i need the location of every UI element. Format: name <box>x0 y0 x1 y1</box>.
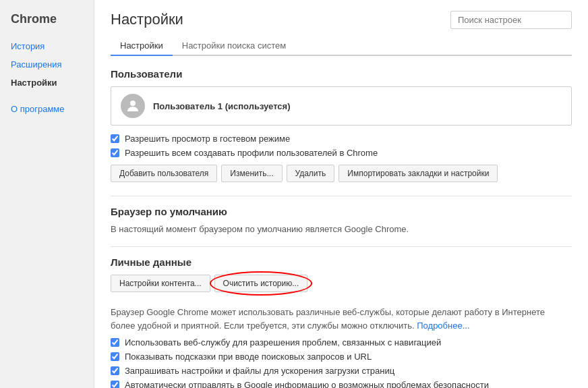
svg-point-0 <box>130 101 136 106</box>
checkbox-guest-mode: Разрешить просмотр в гостевом режиме <box>111 134 572 144</box>
page-title: Настройки <box>111 11 183 28</box>
checkbox-prefetch-input[interactable] <box>111 366 119 375</box>
more-link[interactable]: Подробнее... <box>417 321 469 331</box>
tab-settings[interactable]: Настройки <box>111 36 173 56</box>
checkbox-search-hints: Показывать подсказки при вводе поисковых… <box>111 352 572 362</box>
users-section-title: Пользователи <box>111 68 572 80</box>
checkbox-security-reports: Автоматически отправлять в Google информ… <box>111 380 572 388</box>
search-input[interactable] <box>450 11 572 29</box>
sidebar: Chrome История Расширения Настройки О пр… <box>0 0 94 388</box>
checkbox-create-profiles-input[interactable] <box>111 148 119 157</box>
checkbox-create-profiles-label: Разрешить всем создавать профили пользов… <box>125 148 378 158</box>
checkbox-guest-mode-input[interactable] <box>111 134 119 143</box>
personal-data-title: Личные данные <box>111 256 572 268</box>
checkbox-security-reports-label: Автоматически отправлять в Google информ… <box>125 380 489 388</box>
content-settings-button[interactable]: Настройки контента... <box>111 275 210 292</box>
tabs-row: Настройки Настройки поиска систем <box>111 36 572 56</box>
sidebar-item-extensions[interactable]: Расширения <box>0 55 94 74</box>
delete-user-button[interactable]: Удалить <box>287 165 335 182</box>
checkbox-prefetch: Запрашивать настройки и файлы для ускоре… <box>111 366 572 376</box>
sidebar-item-settings[interactable]: Настройки <box>0 74 94 92</box>
user-buttons-row: Добавить пользователя Изменить... Удалит… <box>111 165 572 182</box>
sidebar-logo: Chrome <box>0 7 94 37</box>
browser-default-title: Браузер по умолчанию <box>111 206 572 217</box>
tab-search-engines[interactable]: Настройки поиска систем <box>173 36 295 56</box>
checkbox-security-reports-input[interactable] <box>111 381 119 388</box>
checkbox-prefetch-label: Запрашивать настройки и файлы для ускоре… <box>125 366 394 376</box>
main-content: Настройки Настройки Настройки поиска сис… <box>94 0 588 388</box>
browser-default-section: Браузер по умолчанию В настоящий момент … <box>111 206 572 234</box>
sidebar-item-history[interactable]: История <box>0 37 94 55</box>
checkbox-guest-mode-label: Разрешить просмотр в гостевом режиме <box>125 134 290 144</box>
browser-default-desc: В настоящий момент браузером по умолчани… <box>111 224 572 234</box>
user-name: Пользователь 1 (используется) <box>153 101 291 111</box>
divider-2 <box>111 246 572 247</box>
sidebar-item-about[interactable]: О программе <box>0 100 94 118</box>
user-card: Пользователь 1 (используется) <box>111 86 572 126</box>
personal-data-buttons-row: Настройки контента... Очистить историю..… <box>111 275 572 292</box>
avatar <box>121 94 145 118</box>
personal-data-section: Личные данные Настройки контента... Очис… <box>111 256 572 388</box>
personal-data-desc-text: Браузер Google Chrome может использовать… <box>111 307 545 331</box>
add-user-button[interactable]: Добавить пользователя <box>111 165 217 182</box>
checkbox-search-hints-input[interactable] <box>111 352 119 361</box>
clear-history-button[interactable]: Очистить историю... <box>214 275 308 292</box>
checkbox-web-service: Использовать веб-службу для разрешения п… <box>111 337 572 348</box>
checkbox-web-service-input[interactable] <box>111 338 119 347</box>
users-section: Пользователи Пользователь 1 (используетс… <box>111 68 572 182</box>
header-row: Настройки <box>111 11 572 31</box>
edit-user-button[interactable]: Изменить... <box>221 165 282 182</box>
checkbox-create-profiles: Разрешить всем создавать профили пользов… <box>111 148 572 158</box>
personal-data-desc: Браузер Google Chrome может использовать… <box>111 306 572 332</box>
import-bookmarks-button[interactable]: Импортировать закладки и настройки <box>339 165 498 182</box>
divider-1 <box>111 196 572 196</box>
checkbox-web-service-label: Использовать веб-службу для разрешения п… <box>125 337 441 348</box>
checkbox-search-hints-label: Показывать подсказки при вводе поисковых… <box>125 352 372 362</box>
